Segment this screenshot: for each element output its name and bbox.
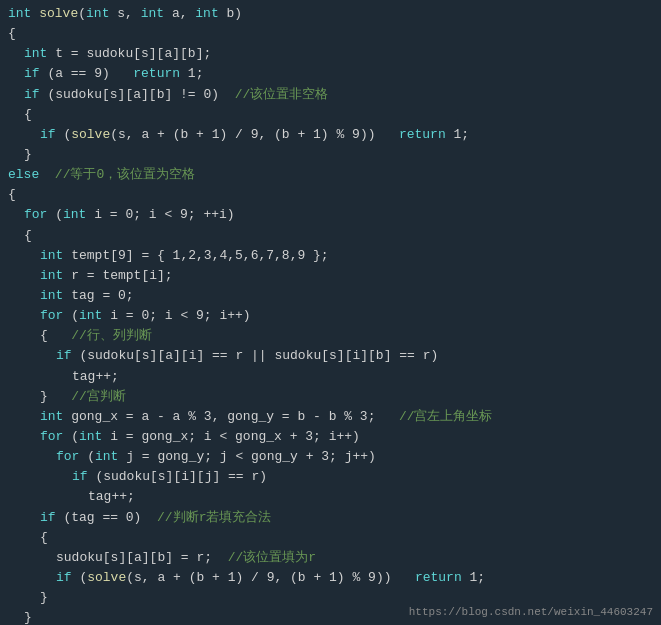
code-line: { <box>0 226 661 246</box>
source-url: https://blog.csdn.net/weixin_44603247 <box>409 604 653 621</box>
code-line: { <box>0 24 661 44</box>
code-line: else //等于0，该位置为空格 <box>0 165 661 185</box>
code-line: if (sudoku[s][i][j] == r) <box>0 467 661 487</box>
code-line: int gong_x = a - a % 3, gong_y = b - b %… <box>0 407 661 427</box>
code-line: for (int j = gong_y; j < gong_y + 3; j++… <box>0 447 661 467</box>
code-line: int t = sudoku[s][a][b]; <box>0 44 661 64</box>
code-line: if (solve(s, a + (b + 1) / 9, (b + 1) % … <box>0 568 661 588</box>
code-line: if (sudoku[s][a][b] != 0) //该位置非空格 <box>0 85 661 105</box>
code-line: for (int i = 0; i < 9; i++) <box>0 306 661 326</box>
code-line: } //宫判断 <box>0 387 661 407</box>
code-line: int tempt[9] = { 1,2,3,4,5,6,7,8,9 }; <box>0 246 661 266</box>
code-line: for (int i = gong_x; i < gong_x + 3; i++… <box>0 427 661 447</box>
code-line: tag++; <box>0 367 661 387</box>
code-editor: int solve(int s, int a, int b){int t = s… <box>0 0 661 625</box>
code-line: { //行、列判断 <box>0 326 661 346</box>
code-line: { <box>0 105 661 125</box>
code-line: tag++; <box>0 487 661 507</box>
code-line: } <box>0 145 661 165</box>
code-line: sudoku[s][a][b] = r; //该位置填为r <box>0 548 661 568</box>
code-line: if (solve(s, a + (b + 1) / 9, (b + 1) % … <box>0 125 661 145</box>
code-line: int solve(int s, int a, int b) <box>0 4 661 24</box>
code-line: { <box>0 528 661 548</box>
code-lines: int solve(int s, int a, int b){int t = s… <box>0 4 661 625</box>
code-line: int tag = 0; <box>0 286 661 306</box>
code-line: if (tag == 0) //判断r若填充合法 <box>0 508 661 528</box>
code-line: if (a == 9) return 1; <box>0 64 661 84</box>
code-line: int r = tempt[i]; <box>0 266 661 286</box>
code-line: if (sudoku[s][a][i] == r || sudoku[s][i]… <box>0 346 661 366</box>
code-line: { <box>0 185 661 205</box>
code-line: for (int i = 0; i < 9; ++i) <box>0 205 661 225</box>
